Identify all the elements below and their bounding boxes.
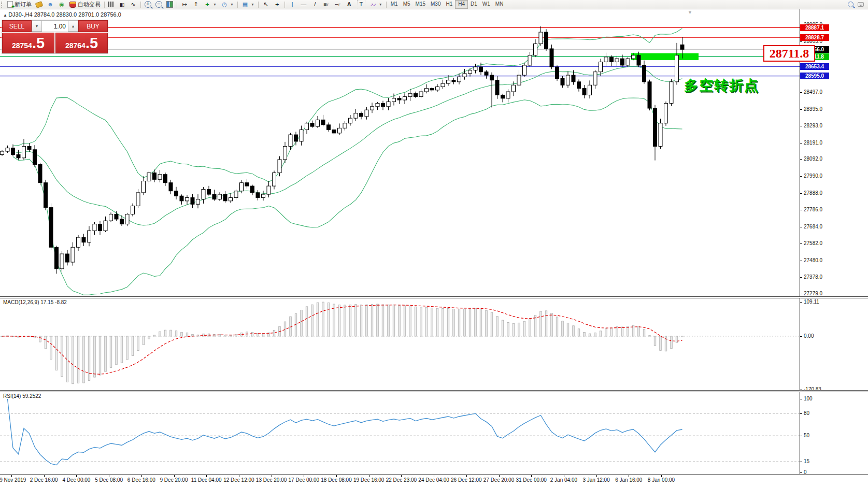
volume-stepper: ▼ ▲ (32, 20, 78, 32)
chart-canvas[interactable] (0, 0, 868, 488)
arrows-icon (369, 1, 377, 8)
toolbar-separator (284, 2, 285, 8)
toolbar-separator (104, 2, 105, 8)
new-order-icon (7, 1, 13, 8)
autotrading-label: 自动交易 (78, 1, 101, 8)
crosshair-tool-button[interactable] (272, 1, 283, 8)
time-axis: 29 Nov 20192 Dec 16:004 Dec 00:005 Dec 0… (0, 475, 868, 488)
toolbar-separator (140, 2, 141, 8)
bar-chart-button[interactable] (106, 1, 116, 8)
price-tick-label: 27480.0 (804, 257, 822, 263)
horizontal-line-button[interactable] (298, 1, 309, 8)
timeframe-button-mn[interactable]: MN (493, 0, 506, 8)
price-badge: 28887.1 (800, 24, 829, 31)
vertical-line-button[interactable] (287, 1, 298, 8)
text-tool-button[interactable] (344, 1, 355, 8)
zoom-out-button[interactable]: − (153, 1, 164, 8)
toolbar-drag-handle[interactable] (1, 2, 4, 8)
price-badge: 28828.7 (800, 34, 829, 41)
auto-scroll-button[interactable] (179, 1, 190, 8)
line-chart-button[interactable] (127, 1, 139, 8)
price-badge: 28653.4 (800, 63, 829, 70)
periods-button[interactable]: ▼ (219, 1, 236, 8)
chart-macd-separator[interactable] (0, 296, 868, 298)
text-icon (346, 1, 353, 8)
collapse-panel-arrow-icon[interactable]: ▲ (3, 13, 8, 18)
scroll-position-marker-icon: ▼ (688, 10, 692, 15)
styler-button[interactable] (34, 1, 45, 8)
time-label: 19 Dec 16:00 (353, 477, 385, 483)
toolbar-separator (258, 2, 259, 8)
timeframe-button-h1[interactable]: H1 (443, 0, 455, 8)
signal-icon (58, 1, 65, 8)
chat-icon[interactable] (858, 2, 864, 7)
timeframe-button-w1[interactable]: W1 (480, 0, 493, 8)
main-toolbar: 新订单 自动交易 + − ▼ ▼ ▼ ▼ (0, 0, 868, 9)
turning-point-annotation[interactable]: 多空转折点 (684, 76, 759, 95)
timeframe-button-m30[interactable]: M30 (428, 0, 443, 8)
timeframe-button-d1[interactable]: D1 (468, 0, 480, 8)
time-label: 22 Dec 23:00 (386, 477, 417, 483)
indicators-button[interactable]: ▼ (202, 1, 219, 8)
tile-windows-icon (166, 1, 173, 8)
time-label: 3 Jan 12:00 (582, 477, 609, 483)
template-icon (241, 1, 249, 8)
timeframe-button-h4[interactable]: H4 (455, 0, 468, 9)
buy-price-button[interactable]: 28764 .5 (55, 33, 108, 53)
arrows-tool-button[interactable]: ▼ (367, 1, 385, 8)
signals-button[interactable] (56, 1, 67, 8)
sell-price-main: 28754 (12, 41, 32, 50)
toolbar-separator (386, 2, 387, 8)
price-tick-label: 27684.0 (804, 224, 822, 229)
price-tick-label: 28497.0 (804, 89, 822, 95)
sell-button[interactable]: SELL (2, 20, 32, 32)
time-label: 17 Dec 00:00 (289, 477, 320, 483)
templates-button[interactable]: ▼ (239, 1, 257, 8)
channel-button[interactable] (332, 1, 344, 8)
rsi-timeaxis-separator (0, 474, 868, 475)
time-label: 6 Jan 16:00 (615, 477, 642, 483)
autotrading-button[interactable]: 自动交易 (67, 1, 103, 8)
timeframe-button-m15[interactable]: M15 (413, 0, 428, 8)
axis-tick (800, 462, 802, 462)
axis-tick (800, 399, 802, 399)
autotrading-icon (69, 2, 76, 8)
volume-decrease-button[interactable]: ▼ (32, 21, 42, 32)
clock-icon (221, 1, 228, 8)
cursor-tool-button[interactable] (260, 1, 272, 8)
axis-tick (800, 159, 802, 160)
chart-shift-button[interactable] (190, 1, 202, 8)
fibonacci-button[interactable] (321, 1, 332, 8)
zoom-out-icon: − (155, 1, 162, 8)
axis-tick (800, 143, 802, 143)
time-label: 27 Dec 20:00 (483, 477, 515, 483)
price-tick-label: 27990.0 (804, 173, 822, 179)
label-tool-button[interactable] (355, 1, 367, 8)
axis-tick (800, 176, 802, 177)
zoom-in-button[interactable]: + (143, 1, 153, 8)
candle-chart-button[interactable] (116, 1, 127, 8)
symbol-info: ▲ DJ30-,H4 28784.0 28830.0 28701.0 28756… (3, 11, 121, 18)
one-click-trading-panel: SELL ▼ ▲ BUY 28754 .5 28764 .5 (2, 20, 108, 54)
time-label: 11 Dec 04:00 (191, 477, 222, 483)
trendline-button[interactable] (309, 1, 321, 8)
axis-tick (800, 436, 802, 436)
macd-rsi-separator[interactable] (0, 390, 868, 392)
time-label: 31 Dec 00:00 (516, 477, 547, 483)
price-callout-box[interactable]: 28711.8 (763, 45, 815, 62)
axis-tick (800, 302, 802, 303)
volume-input[interactable] (42, 21, 68, 32)
timeframe-button-m5[interactable]: M5 (401, 0, 413, 8)
timeframe-button-m1[interactable]: M1 (388, 0, 401, 8)
community-button[interactable] (45, 1, 56, 8)
vertical-line-icon (289, 1, 296, 8)
sell-price-button[interactable]: 28754 .5 (2, 33, 54, 53)
tile-windows-button[interactable] (164, 1, 175, 8)
buy-button[interactable]: BUY (78, 20, 108, 32)
price-badge: 28595.0 (800, 73, 829, 79)
person-icon (47, 1, 54, 8)
new-order-button[interactable]: 新订单 (5, 1, 34, 8)
search-icon[interactable] (848, 2, 853, 7)
volume-increase-button[interactable]: ▲ (68, 21, 78, 32)
axis-tick (800, 413, 802, 414)
